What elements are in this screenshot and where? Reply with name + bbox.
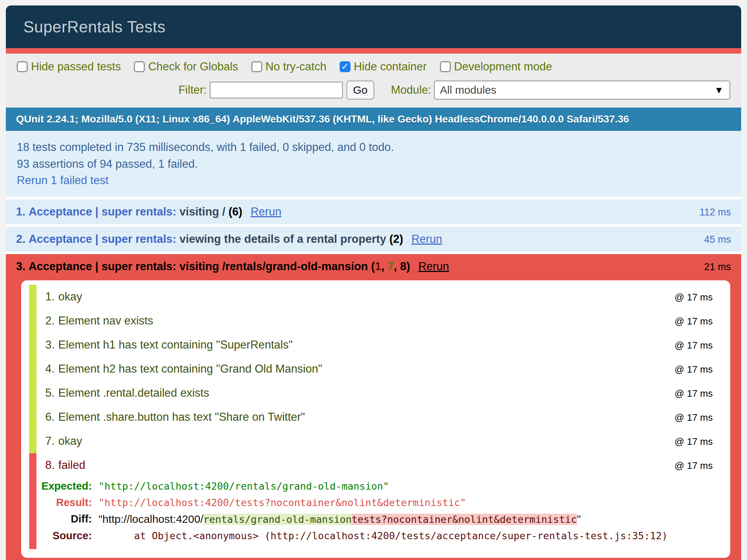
page-title: SuperRentals Tests xyxy=(23,18,166,36)
total-count: 8 xyxy=(400,260,406,273)
rerun-test-link[interactable]: Rerun xyxy=(251,205,281,218)
source-value: at Object.<anonymous> (http://localhost:… xyxy=(98,528,721,544)
assertion-number: 1. xyxy=(45,290,55,303)
test-number: 1. xyxy=(16,205,26,218)
assertion-runtime: @ 17 ms xyxy=(675,436,713,447)
test-name: visiting /rentals/grand-old-mansion xyxy=(179,260,368,273)
test-list: 112 ms 1. Acceptance | super rentals: vi… xyxy=(6,197,741,560)
assertion-counts: (1, 7, 8) xyxy=(371,260,410,273)
assertion-row-pass: 7. okay @ 17 ms xyxy=(29,429,721,453)
assertion-number: 6. xyxy=(45,411,55,424)
checkbox-box[interactable]: ✓ xyxy=(134,61,145,72)
assertion-message: okay xyxy=(58,435,82,448)
assertion-message: Element .rental.detailed exists xyxy=(58,386,209,400)
checkbox-hide-passed-tests[interactable]: ✓ Hide passed tests xyxy=(17,60,121,73)
assertion-message: okay xyxy=(58,290,82,303)
assertion-row-pass: 6. Element .share.button has text "Share… xyxy=(29,405,721,429)
assertion-detail-table: Expected: "http://localhost:4200/rentals… xyxy=(36,478,721,544)
fail-banner xyxy=(6,48,741,54)
expected-label: Expected: xyxy=(36,478,98,494)
checkbox-box[interactable]: ✓ xyxy=(340,61,351,72)
assertion-number: 5. xyxy=(45,386,55,400)
checkbox-development-mode[interactable]: ✓ Development mode xyxy=(440,60,552,73)
test-row-2: 45 ms 2. Acceptance | super rentals: vie… xyxy=(6,227,741,252)
filter-input[interactable] xyxy=(210,82,343,98)
chevron-down-icon: ▼ xyxy=(714,85,724,96)
checkbox-check-for-globals[interactable]: ✓ Check for Globals xyxy=(134,60,238,73)
filter-label: Filter: xyxy=(178,83,207,97)
diff-row: Diff: "http://localhost:4200/rentals/gra… xyxy=(36,511,721,528)
toolbar-filter-row: Filter: Go Module: All modules ▼ xyxy=(17,81,730,100)
test-result-summary: 18 tests completed in 735 milliseconds, … xyxy=(6,131,741,197)
rerun-failed-link[interactable]: Rerun 1 failed test xyxy=(17,174,109,187)
module-select-dropdown[interactable]: All modules ▼ xyxy=(434,81,730,100)
assertion-list-panel: 1. okay @ 17 ms 2. Element nav exists @ … xyxy=(21,280,730,558)
diff-expected-part: rentals/grand-old-mansion xyxy=(204,514,352,525)
assertion-runtime: @ 17 ms xyxy=(675,340,713,351)
checkbox-label: Hide container xyxy=(354,60,427,73)
assertion-row-failed: 8. failed @ 17 ms Expected: "http://loca… xyxy=(29,453,721,549)
checkbox-label: Development mode xyxy=(454,60,552,73)
assertion-number: 2. xyxy=(45,314,55,327)
assertion-runtime: @ 17 ms xyxy=(675,412,713,423)
test-number: 2. xyxy=(16,233,26,245)
assertion-row-pass: 5. Element .rental.detailed exists @ 17 … xyxy=(29,381,721,405)
result-label: Result: xyxy=(36,494,98,511)
passed-count: 7 xyxy=(387,260,394,273)
assertion-message: Element h1 has text containing "SuperRen… xyxy=(58,338,293,351)
assertion-message: Element .share.button has text "Share on… xyxy=(58,411,305,424)
rerun-test-link[interactable]: Rerun xyxy=(411,233,442,245)
module-name: Acceptance | super rentals: xyxy=(28,205,176,218)
assertion-message: Element h2 has text containing "Grand Ol… xyxy=(58,362,322,376)
assertion-number: 7. xyxy=(45,435,55,448)
source-label: Source: xyxy=(36,528,98,544)
module-label: Module: xyxy=(391,83,431,97)
assertion-counts: (2) xyxy=(389,233,403,245)
assertion-number: 3. xyxy=(45,338,55,351)
checkbox-label: Hide passed tests xyxy=(31,60,121,73)
rerun-test-link[interactable]: Rerun xyxy=(418,260,449,273)
test-row-1: 112 ms 1. Acceptance | super rentals: vi… xyxy=(6,199,741,224)
checkbox-label: No try-catch xyxy=(266,60,326,73)
toolbar-checkbox-row: ✓ Hide passed tests ✓ Check for Globals … xyxy=(17,60,730,73)
qunit-page: SuperRentals Tests ✓ Hide passed tests ✓… xyxy=(6,5,741,560)
test-number: 3. xyxy=(16,260,26,273)
assertion-row-pass: 2. Element nav exists @ 17 ms xyxy=(29,309,721,333)
assertion-runtime: @ 17 ms xyxy=(675,388,713,399)
result-row: Result: "http://localhost:4200/tests?noc… xyxy=(36,494,721,511)
assertion-runtime: @ 17 ms xyxy=(675,292,713,303)
diff-value: "http://localhost:4200/rentals/grand-old… xyxy=(98,511,721,528)
assertion-number: 8. xyxy=(45,459,55,472)
assertion-counts: (6) xyxy=(228,205,242,218)
result-value: "http://localhost:4200/tests?nocontainer… xyxy=(98,494,721,511)
checkbox-no-try-catch[interactable]: ✓ No try-catch xyxy=(251,60,326,73)
module-name: Acceptance | super rentals: xyxy=(28,233,176,245)
diff-label: Diff: xyxy=(36,511,98,528)
test-runtime: 21 ms xyxy=(704,261,731,273)
assertion-number: 4. xyxy=(45,362,55,376)
assertion-runtime: @ 17 ms xyxy=(675,364,713,375)
test-runtime: 45 ms xyxy=(704,234,731,245)
test-name: viewing the details of a rental property xyxy=(179,233,386,245)
test-runner-toolbar: ✓ Hide passed tests ✓ Check for Globals … xyxy=(6,54,741,108)
assertion-message: failed xyxy=(58,459,85,472)
summary-line-2: 93 assertions of 94 passed, 1 failed. xyxy=(17,156,730,172)
expected-value: "http://localhost:4200/rentals/grand-old… xyxy=(98,478,721,494)
page-header: SuperRentals Tests xyxy=(6,5,741,48)
assertion-row-pass: 4. Element h2 has text containing "Grand… xyxy=(29,357,721,381)
checkbox-hide-container[interactable]: ✓ Hide container xyxy=(340,60,427,73)
checkbox-box[interactable]: ✓ xyxy=(17,61,28,72)
assertion-message: Element nav exists xyxy=(58,314,153,327)
expected-row: Expected: "http://localhost:4200/rentals… xyxy=(36,478,721,494)
assertion-row-pass: 1. okay @ 17 ms xyxy=(29,285,721,309)
check-icon: ✓ xyxy=(341,62,349,71)
checkbox-box[interactable]: ✓ xyxy=(251,61,262,72)
go-button[interactable]: Go xyxy=(347,81,374,100)
assertion-row-pass: 3. Element h1 has text containing "Super… xyxy=(29,333,721,357)
summary-line-1: 18 tests completed in 735 milliseconds, … xyxy=(17,139,730,156)
test-row-3-failed: 21 ms 3. Acceptance | super rentals: vis… xyxy=(6,254,741,560)
assertion-runtime: @ 17 ms xyxy=(675,316,713,327)
checkbox-box[interactable]: ✓ xyxy=(440,61,451,72)
module-name: Acceptance | super rentals: xyxy=(28,260,176,273)
assertion-runtime: @ 17 ms xyxy=(675,460,713,471)
